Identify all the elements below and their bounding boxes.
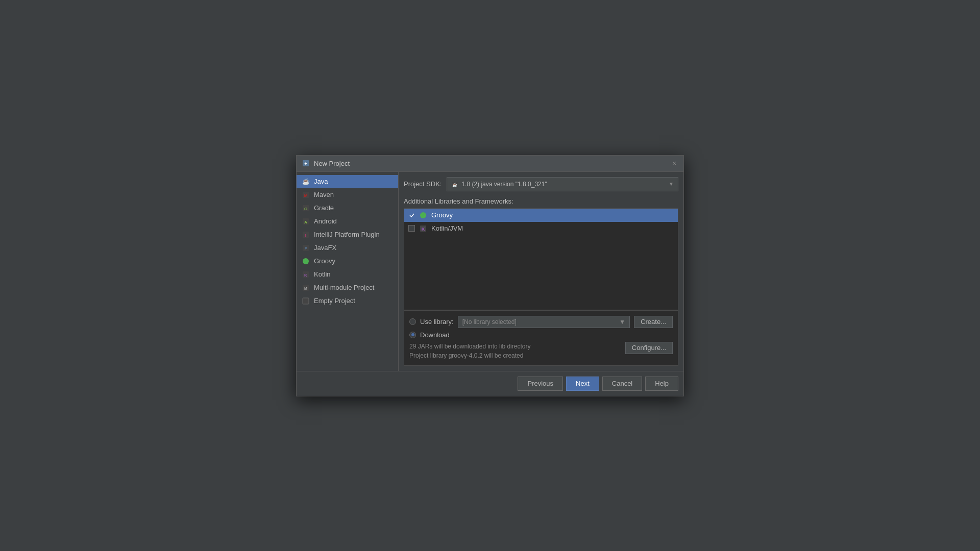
sidebar-item-label: Kotlin bbox=[314, 270, 331, 278]
sidebar-item-multimodule[interactable]: M Multi-module Project bbox=[297, 281, 398, 294]
svg-rect-17 bbox=[303, 298, 309, 304]
groovy-sidebar-icon bbox=[302, 257, 310, 265]
maven-icon: M bbox=[302, 191, 310, 199]
cancel-button[interactable]: Cancel bbox=[602, 377, 642, 391]
library-item-groovy[interactable]: Groovy bbox=[404, 209, 678, 222]
library-item-kotlin[interactable]: K Kotlin/JVM bbox=[404, 222, 678, 235]
new-project-dialog: + New Project × ☕ Java M Maven G bbox=[296, 155, 684, 396]
info-line2: Project library groovy-4.0.2 will be cre… bbox=[409, 351, 530, 360]
svg-text:G: G bbox=[304, 207, 307, 211]
library-dropdown-arrow: ▼ bbox=[619, 318, 625, 325]
info-line1: 29 JARs will be downloaded into lib dire… bbox=[409, 342, 530, 351]
svg-point-20 bbox=[420, 212, 426, 218]
svg-text:I: I bbox=[305, 233, 306, 238]
title-bar-left: + New Project bbox=[302, 159, 350, 167]
download-radio[interactable] bbox=[409, 332, 416, 338]
sidebar-item-label: Java bbox=[314, 178, 328, 185]
main-content: Project SDK: ☕ 1.8 (2) java version "1.8… bbox=[399, 172, 683, 371]
intellij-icon: I bbox=[302, 231, 310, 239]
kotlin-lib-icon: K bbox=[419, 224, 427, 233]
gradle-icon: G bbox=[302, 204, 310, 212]
sdk-dropdown[interactable]: ☕ 1.8 (2) java version "1.8.0_321" ▼ bbox=[447, 177, 678, 191]
close-button[interactable]: × bbox=[670, 159, 678, 167]
options-area: Use library: [No library selected] ▼ Cre… bbox=[404, 310, 678, 366]
sidebar-item-javafx[interactable]: F JavaFX bbox=[297, 241, 398, 255]
library-dropdown[interactable]: [No library selected] ▼ bbox=[458, 316, 630, 328]
svg-text:+: + bbox=[304, 161, 307, 166]
kotlin-lib-name: Kotlin/JVM bbox=[431, 224, 463, 232]
java-icon: ☕ bbox=[302, 178, 310, 186]
svg-text:F: F bbox=[305, 246, 307, 251]
svg-text:M: M bbox=[304, 193, 308, 198]
download-label: Download bbox=[420, 331, 450, 339]
java-sdk-icon: ☕ bbox=[451, 181, 458, 188]
sidebar-item-empty[interactable]: Empty Project bbox=[297, 294, 398, 308]
download-row: Download bbox=[409, 331, 673, 339]
bottom-bar: Previous Next Cancel Help bbox=[297, 371, 683, 396]
sdk-label: Project SDK: bbox=[404, 180, 442, 188]
use-library-radio[interactable] bbox=[409, 318, 416, 325]
dialog-icon: + bbox=[302, 159, 310, 167]
sdk-row: Project SDK: ☕ 1.8 (2) java version "1.8… bbox=[404, 177, 678, 191]
sdk-value-text: 1.8 (2) java version "1.8.0_321" bbox=[461, 181, 547, 188]
libraries-list: Groovy K Kotlin/JVM bbox=[404, 208, 678, 310]
sidebar-item-label: Empty Project bbox=[314, 297, 355, 305]
sidebar-item-label: Multi-module Project bbox=[314, 284, 375, 291]
sidebar-item-groovy[interactable]: Groovy bbox=[297, 255, 398, 268]
android-icon: A bbox=[302, 217, 310, 226]
svg-text:K: K bbox=[422, 227, 425, 232]
javafx-icon: F bbox=[302, 244, 310, 252]
sidebar-item-label: Maven bbox=[314, 191, 334, 198]
svg-text:K: K bbox=[304, 273, 307, 278]
sidebar-item-maven[interactable]: M Maven bbox=[297, 188, 398, 202]
info-configure-row: 29 JARs will be downloaded into lib dire… bbox=[409, 342, 673, 360]
next-button[interactable]: Next bbox=[566, 377, 599, 391]
libraries-list-wrapper: Groovy K Kotlin/JVM bbox=[404, 208, 678, 310]
create-button[interactable]: Create... bbox=[634, 316, 673, 328]
sidebar-item-label: Gradle bbox=[314, 204, 334, 212]
sidebar-item-label: Groovy bbox=[314, 257, 335, 265]
dialog-body: ☕ Java M Maven G Gradle A Android bbox=[297, 172, 683, 371]
svg-point-12 bbox=[303, 258, 309, 264]
dialog-title: New Project bbox=[314, 160, 350, 167]
sdk-dropdown-arrow: ▼ bbox=[669, 181, 674, 187]
help-button[interactable]: Help bbox=[645, 377, 678, 391]
sidebar-item-label: Android bbox=[314, 217, 337, 225]
sidebar-item-label: JavaFX bbox=[314, 244, 336, 252]
kotlin-checkbox[interactable] bbox=[408, 225, 415, 232]
sidebar-item-label: IntelliJ Platform Plugin bbox=[314, 231, 380, 238]
previous-button[interactable]: Previous bbox=[518, 377, 563, 391]
info-text: 29 JARs will be downloaded into lib dire… bbox=[409, 342, 530, 360]
library-dropdown-value: [No library selected] bbox=[462, 318, 517, 325]
svg-text:A: A bbox=[304, 220, 307, 224]
use-library-label: Use library: bbox=[420, 318, 454, 325]
kotlin-icon: K bbox=[302, 270, 310, 279]
sidebar-item-kotlin[interactable]: K Kotlin bbox=[297, 268, 398, 281]
svg-text:☕: ☕ bbox=[452, 182, 457, 187]
sidebar-item-android[interactable]: A Android bbox=[297, 215, 398, 228]
groovy-lib-name: Groovy bbox=[431, 211, 453, 219]
sidebar: ☕ Java M Maven G Gradle A Android bbox=[297, 172, 399, 371]
empty-icon bbox=[302, 297, 310, 305]
sidebar-item-intellij[interactable]: I IntelliJ Platform Plugin bbox=[297, 228, 398, 241]
sidebar-item-java[interactable]: ☕ Java bbox=[297, 175, 398, 188]
section-label: Additional Libraries and Frameworks: bbox=[404, 197, 678, 205]
sdk-dropdown-value: ☕ 1.8 (2) java version "1.8.0_321" bbox=[451, 181, 547, 188]
content-panel: Additional Libraries and Frameworks: Gro… bbox=[404, 197, 678, 366]
sidebar-item-gradle[interactable]: G Gradle bbox=[297, 202, 398, 215]
groovy-checkbox[interactable] bbox=[408, 212, 415, 218]
multimodule-icon: M bbox=[302, 284, 310, 292]
configure-button[interactable]: Configure... bbox=[625, 342, 673, 354]
svg-text:M: M bbox=[304, 287, 307, 290]
use-library-row: Use library: [No library selected] ▼ Cre… bbox=[409, 316, 673, 328]
title-bar: + New Project × bbox=[297, 156, 683, 172]
groovy-lib-icon bbox=[419, 211, 427, 219]
